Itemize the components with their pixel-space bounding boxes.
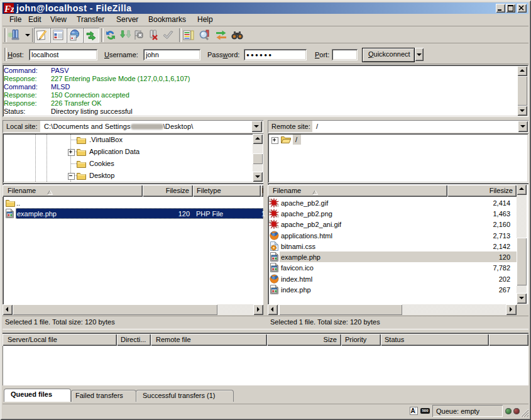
svg-text:Fz: Fz bbox=[4, 4, 14, 14]
svg-text:A: A bbox=[411, 407, 415, 414]
